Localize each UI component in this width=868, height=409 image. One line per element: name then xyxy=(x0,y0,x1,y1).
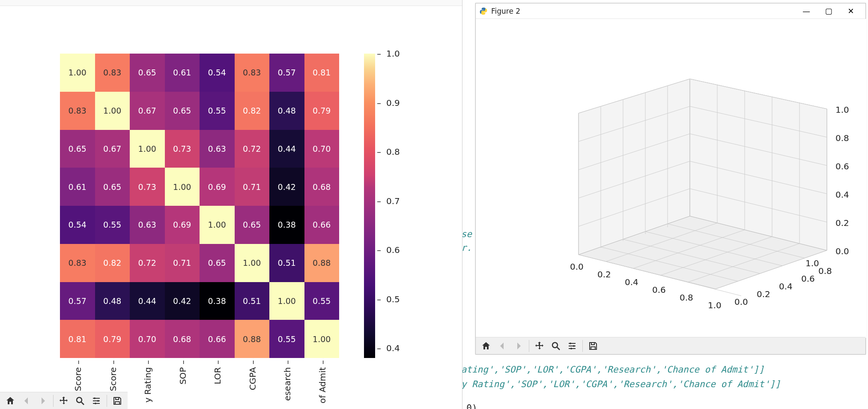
colorbar-tick: 0.8 xyxy=(377,147,400,157)
x-axis-label: LOR – xyxy=(212,360,223,384)
move-icon xyxy=(59,396,69,406)
colorbar-tick: 0.5 xyxy=(377,294,400,304)
heatmap-cell: 0.72 xyxy=(235,130,270,168)
heatmap-cell: 0.51 xyxy=(235,282,270,320)
heatmap-cell: 0.79 xyxy=(95,320,130,358)
zoom-button[interactable] xyxy=(548,338,564,354)
back-button[interactable] xyxy=(19,393,34,409)
home-button[interactable] xyxy=(478,338,494,354)
heatmap-cell: 0.51 xyxy=(269,244,304,282)
heatmap-cell: 0.54 xyxy=(60,206,95,244)
sliders-icon xyxy=(91,396,101,406)
y-tick: 1.0 xyxy=(805,258,819,268)
heatmap-cell: 0.63 xyxy=(200,130,235,168)
heatmap-cell: 0.69 xyxy=(165,206,200,244)
heatmap-cell: 0.61 xyxy=(165,54,200,92)
x-tick: 0.8 xyxy=(680,292,693,303)
toolbar-separator xyxy=(107,395,107,407)
close-icon: ✕ xyxy=(847,6,854,15)
y-tick: 0.0 xyxy=(734,297,748,307)
heatmap-cell: 0.83 xyxy=(60,244,95,282)
colorbar xyxy=(364,54,375,358)
configure-button[interactable] xyxy=(89,393,104,409)
pan-button[interactable] xyxy=(56,393,72,409)
x-tick: 1.0 xyxy=(708,300,722,310)
correlation-heatmap: 1.000.830.650.610.540.830.570.810.831.00… xyxy=(60,54,339,358)
figure2-plot-area[interactable]: 0.0 0.2 0.4 0.6 0.8 1.0 0.0 0.2 0.4 0.6 … xyxy=(476,19,866,338)
heatmap-cell: 0.72 xyxy=(130,244,165,282)
y-tick: 0.6 xyxy=(801,274,815,284)
move-icon xyxy=(534,341,545,351)
x-axis-label: CGPA – xyxy=(248,360,258,390)
heatmap-cell: 0.83 xyxy=(235,54,270,92)
save-button[interactable] xyxy=(585,338,601,354)
figure1-plot-area: GRE Score –OEFL Score –sity Rating –SOP … xyxy=(0,9,454,394)
heatmap-cell: 0.73 xyxy=(130,168,165,206)
maximize-button[interactable]: ▢ xyxy=(817,3,840,19)
arrow-right-icon xyxy=(38,396,48,406)
z-tick: 0.2 xyxy=(835,218,849,228)
heatmap-cell: 1.00 xyxy=(235,244,270,282)
back-button[interactable] xyxy=(495,338,510,354)
x-axis-label: of Admit – xyxy=(317,360,328,403)
svg-point-2 xyxy=(94,397,95,399)
heatmap-cell: 0.57 xyxy=(60,282,95,320)
empty-3d-axes: 0.0 0.2 0.4 0.6 0.8 1.0 0.0 0.2 0.4 0.6 … xyxy=(536,70,853,310)
y-tick: 0.4 xyxy=(779,281,793,292)
heatmap-cell: 0.55 xyxy=(304,282,340,320)
sliders-icon xyxy=(567,341,577,351)
z-tick: 0.0 xyxy=(835,246,849,256)
figure1-titlebar[interactable] xyxy=(0,0,462,6)
colorbar-tick: 0.6 xyxy=(377,245,400,255)
heatmap-cell: 0.63 xyxy=(130,206,165,244)
heatmap-cell: 0.82 xyxy=(95,244,130,282)
z-tick: 0.6 xyxy=(835,161,849,171)
heatmap-cell: 0.55 xyxy=(95,206,130,244)
arrow-left-icon xyxy=(21,396,32,406)
colorbar-tick: 0.7 xyxy=(377,196,400,206)
arrow-left-icon xyxy=(497,341,507,351)
heatmap-cell: 1.00 xyxy=(304,320,340,358)
heatmap-cell: 0.54 xyxy=(200,54,235,92)
heatmap-cell: 0.48 xyxy=(95,282,130,320)
z-tick: 0.4 xyxy=(835,189,849,200)
save-icon xyxy=(588,341,598,351)
svg-point-45 xyxy=(570,348,572,349)
figure1-toolbar xyxy=(0,392,128,409)
figure2-titlebar[interactable]: Figure 2 — ▢ ✕ xyxy=(476,3,865,19)
heatmap-cell: 0.65 xyxy=(60,130,95,168)
minimize-button[interactable]: — xyxy=(795,3,817,19)
x-tick: 0.6 xyxy=(652,285,666,295)
svg-point-44 xyxy=(573,345,575,347)
code-fragment: Rating','SOP','LOR','CGPA','Research','C… xyxy=(456,364,764,375)
heatmap-cell: 0.67 xyxy=(95,130,130,168)
figure2-toolbar xyxy=(476,337,865,354)
heatmap-cell: 0.55 xyxy=(200,92,235,130)
close-button[interactable]: ✕ xyxy=(840,3,862,19)
forward-button[interactable] xyxy=(511,338,526,354)
heatmap-cell: 0.71 xyxy=(235,168,270,206)
svg-line-42 xyxy=(557,347,560,350)
zoom-button[interactable] xyxy=(72,393,88,409)
svg-point-4 xyxy=(95,403,96,404)
heatmap-cell: 0.69 xyxy=(200,168,235,206)
heatmap-cell: 0.38 xyxy=(200,282,235,320)
heatmap-cell: 0.48 xyxy=(269,92,304,130)
colorbar-tick: 1.0 xyxy=(377,48,400,59)
figure2-title: Figure 2 xyxy=(491,7,795,15)
toolbar-separator xyxy=(53,395,54,407)
heatmap-cell: 0.44 xyxy=(130,282,165,320)
configure-button[interactable] xyxy=(564,338,580,354)
heatmap-cell: 0.79 xyxy=(304,92,340,130)
pan-button[interactable] xyxy=(532,338,547,354)
heatmap-cell: 0.66 xyxy=(200,320,235,358)
save-button[interactable] xyxy=(110,393,125,409)
heatmap-cell: 0.65 xyxy=(95,168,130,206)
figure2-window: Figure 2 — ▢ ✕ xyxy=(475,3,866,355)
heatmap-cell: 1.00 xyxy=(60,54,95,92)
colorbar-tick: 0.4 xyxy=(377,343,400,353)
heatmap-cell: 0.83 xyxy=(60,92,95,130)
heatmap-cell: 0.65 xyxy=(200,244,235,282)
home-button[interactable] xyxy=(3,393,18,409)
forward-button[interactable] xyxy=(35,393,51,409)
